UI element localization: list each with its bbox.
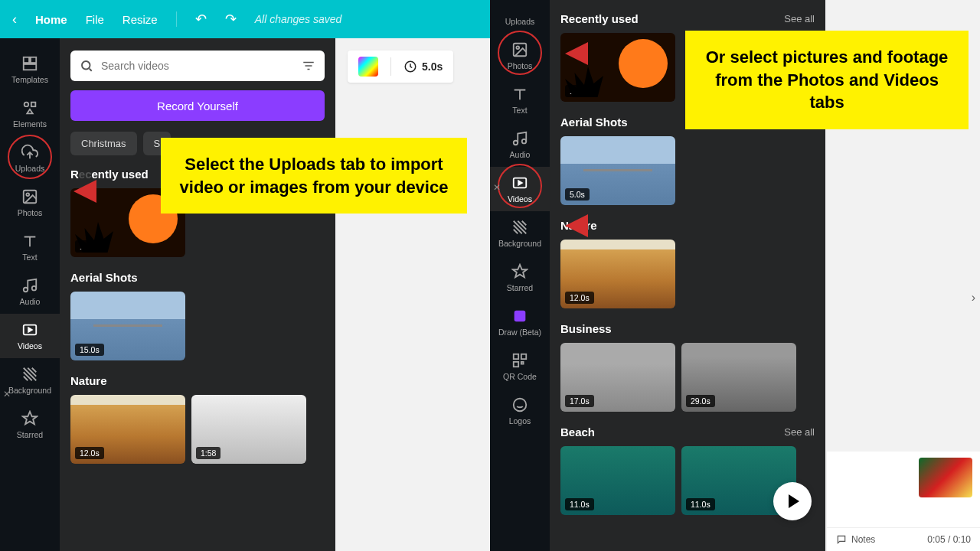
notes-label: Notes [851,534,875,545]
sidebar-elements-label: Elements [13,119,47,129]
svg-rect-18 [514,354,518,359]
sidebar-templates-label: Templates [11,75,48,84]
arrow-videos [565,207,649,245]
filter-icon[interactable] [302,59,315,73]
text-icon [511,86,528,103]
color-swatch[interactable] [358,57,378,77]
resize-menu[interactable]: Resize [122,13,158,26]
sidebar-videos-label: Videos [508,194,532,204]
section-recently-used: Recently used [560,12,639,25]
redo-icon[interactable]: ↷ [225,11,237,28]
sidebar-videos[interactable]: Videos [0,314,60,358]
sidebar-background[interactable]: Background [490,211,550,256]
search-input[interactable] [101,60,302,72]
sidebar-background-label: Background [8,386,51,395]
video-thumb[interactable]: 12.0s [560,240,675,308]
file-menu[interactable]: File [86,13,104,26]
background-icon [511,219,528,236]
svg-point-8 [32,286,37,291]
svg-point-3 [24,103,29,107]
right-sidebar: Uploads Photos Text Audio Videos [490,0,550,551]
see-all-link[interactable]: See all [784,426,815,438]
audio-icon [511,130,528,147]
sidebar-text-label: Text [512,106,527,115]
section-aerial: Aerial Shots [70,271,138,284]
duration-badge: 15.0s [75,344,104,356]
home-link[interactable]: Home [35,13,67,26]
timeline: Notes 0:05 / 0:10 [827,452,980,551]
sidebar-text[interactable]: Text [490,78,550,122]
video-thumb[interactable]: 1:58 [191,395,306,464]
sidebar-starred[interactable]: Starred [490,256,550,300]
sidebar-starred-label: Starred [507,283,533,292]
svg-rect-4 [31,103,36,107]
sidebar-qrcode-label: QR Code [503,372,537,381]
close-panel-icon[interactable]: ✕ [493,182,501,193]
duration-badge: 10.0s [75,240,104,253]
canvas-toolbar: 5.0s [348,51,453,83]
duration-control[interactable]: 5.0s [403,60,443,73]
uploads-icon [21,144,38,161]
duration-badge: 29.0s [686,395,715,407]
sidebar-uploads-label: Uploads [15,164,45,173]
video-thumb[interactable]: 12.0s [70,395,185,464]
timeline-time: 0:05 / 0:10 [927,534,971,545]
undo-icon[interactable]: ↶ [195,11,207,28]
video-thumb[interactable]: 17.0s [560,343,675,412]
sidebar-uploads-label: Uploads [505,17,535,26]
sidebar-text-label: Text [22,253,37,262]
section-business: Business [560,322,612,335]
svg-rect-20 [514,362,518,367]
sidebar-photos[interactable]: Photos [0,181,60,225]
sidebar-templates[interactable]: Templates [0,47,60,92]
play-button[interactable] [773,482,812,520]
svg-rect-17 [514,311,526,322]
svg-point-10 [82,61,90,70]
sidebar-photos-label: Photos [18,208,43,217]
duration-badge: 11.0s [565,498,594,510]
video-thumb[interactable]: 29.0s [681,343,796,412]
sidebar-elements[interactable]: Elements [0,92,60,136]
close-panel-icon[interactable]: ✕ [3,389,11,399]
sidebar-uploads[interactable]: Uploads [490,9,550,34]
timeline-clip[interactable] [919,458,972,497]
sidebar-text[interactable]: Text [0,225,60,269]
sidebar-photos[interactable]: Photos [490,34,550,78]
video-thumb[interactable]: 5.0s [560,136,675,205]
duration-badge: 1:58 [196,447,220,459]
sidebar-uploads[interactable]: Uploads [0,136,60,181]
starred-icon [21,410,38,427]
save-status: All changes saved [255,13,342,25]
record-yourself-button[interactable]: Record Yourself [70,90,325,121]
sidebar-draw[interactable]: Draw (Beta) [490,300,550,344]
sidebar-draw-label: Draw (Beta) [498,328,541,337]
sidebar-audio[interactable]: Audio [0,269,60,314]
section-nature: Nature [70,374,107,387]
sidebar-starred[interactable]: Starred [0,403,60,447]
scroll-right-icon[interactable]: › [972,291,975,305]
sidebar-logos-label: Logos [509,416,531,425]
sidebar-qrcode[interactable]: QR Code [490,344,550,389]
sidebar-audio[interactable]: Audio [490,122,550,167]
sidebar-logos[interactable]: Logos [490,389,550,433]
video-thumb[interactable]: 11.0s [560,446,675,515]
left-sidebar: Templates Elements Uploads Photos Text [0,38,60,551]
duration-badge: 12.0s [565,292,594,304]
callout-photos-videos: Or select pictures and footage from the … [685,31,969,129]
see-all-link[interactable]: See all [784,13,815,24]
back-icon[interactable]: ‹ [12,11,17,28]
svg-point-22 [514,399,527,412]
svg-rect-2 [24,64,37,70]
sidebar-photos-label: Photos [508,61,533,70]
video-thumb[interactable]: 15.0s [70,292,185,360]
svg-point-6 [26,193,29,196]
elements-icon [21,99,38,116]
notes-button[interactable]: Notes [836,534,875,545]
sidebar-starred-label: Starred [17,430,43,439]
duration-value: 5.0s [422,60,443,73]
separator [176,11,177,27]
chip-christmas[interactable]: Christmas [70,132,137,155]
svg-rect-19 [521,354,526,359]
templates-icon [21,55,38,72]
video-panel: Record Yourself Christmas S Recently use… [60,38,335,551]
